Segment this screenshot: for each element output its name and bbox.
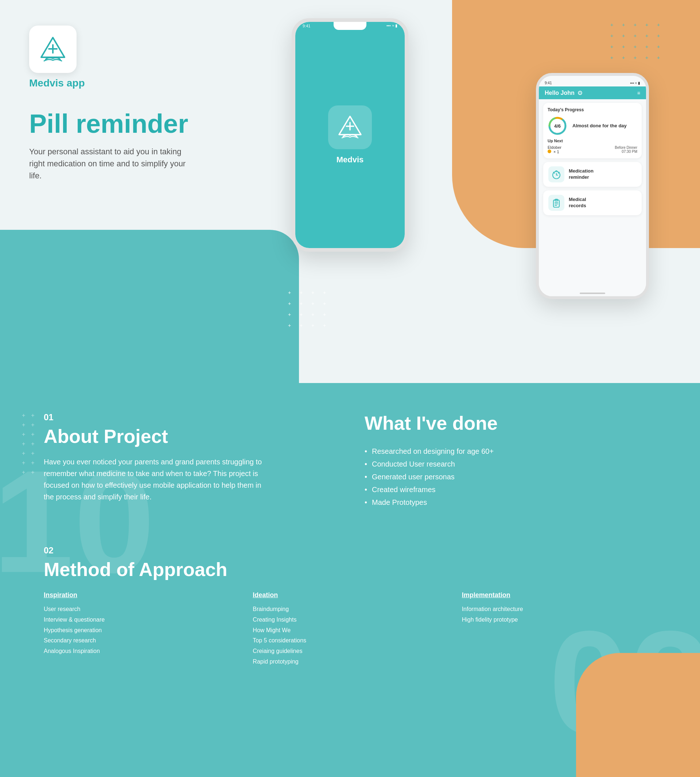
status-time-2: 9:41 bbox=[545, 81, 552, 85]
phone-status-bar-2: 9:41 ▪▪▪ ≈ ▮ bbox=[539, 80, 646, 87]
section1-body: Have you ever noticed your parents and g… bbox=[44, 456, 262, 503]
status-icons-1: ▪▪▪ ≈ ▮ bbox=[387, 23, 397, 28]
method-col-title-3: Implementation bbox=[462, 592, 656, 599]
app-logo-container: Medvis app bbox=[29, 25, 85, 89]
phone-mockup-1: 9:41 ▪▪▪ ≈ ▮ Medvis bbox=[292, 18, 408, 252]
feature-card-medication[interactable]: Medicationreminder bbox=[543, 162, 642, 187]
progress-card: Today's Progress bbox=[543, 103, 642, 158]
list-item: Made Prototypes bbox=[365, 496, 656, 509]
progress-card-title: Today's Progress bbox=[548, 107, 637, 112]
phone-screen-2: 9:41 ▪▪▪ ≈ ▮ Hello John ⊙ ≡ Today's Prog… bbox=[539, 76, 646, 296]
app-logo-box bbox=[29, 25, 77, 73]
about-project-col: 01 About Project Have you ever noticed y… bbox=[44, 412, 335, 509]
pill-name: Eldober bbox=[548, 145, 562, 150]
phone-frame-1: 9:41 ▪▪▪ ≈ ▮ Medvis bbox=[292, 18, 408, 252]
list-item: Generated user personas bbox=[365, 471, 656, 483]
splash-logo-svg bbox=[337, 115, 363, 140]
phone-greeting: Hello John ⊙ bbox=[545, 89, 582, 96]
progress-label: Almost done for the day bbox=[572, 123, 627, 129]
section1-number: 01 bbox=[44, 412, 335, 423]
up-next-time: Before Dinner 07:30 PM bbox=[615, 145, 637, 154]
up-next-section: Up Next Eldober × 1 bbox=[548, 139, 637, 154]
feature-card-records[interactable]: Medicalrecords bbox=[543, 190, 642, 215]
status-icons-2: ▪▪▪ ≈ ▮ bbox=[630, 81, 640, 85]
about-grid: 01 About Project Have you ever noticed y… bbox=[44, 412, 656, 509]
list-item: Created wireframes bbox=[365, 483, 656, 496]
what-done-list: Researched on designing for age 60+ Cond… bbox=[365, 445, 656, 509]
method-col-items-1: User research Interview & questionare Hy… bbox=[44, 604, 238, 657]
method-col-implementation: Implementation Information architecture … bbox=[462, 592, 656, 667]
alarm-icon bbox=[551, 169, 562, 179]
method-col-items-3: Information architecture High fidelity p… bbox=[462, 604, 656, 625]
phone-home-bar bbox=[580, 292, 605, 294]
up-next-pill-info: Eldober × 1 bbox=[548, 145, 562, 154]
phone-app-icon-large bbox=[328, 105, 372, 149]
method-col-title-1: Inspiration bbox=[44, 592, 238, 599]
section1-title: About Project bbox=[44, 425, 335, 447]
progress-circle: 4/6 bbox=[548, 116, 567, 136]
feature-label-records: Medicalrecords bbox=[569, 197, 586, 209]
status-time-1: 9:41 bbox=[303, 24, 310, 28]
method-columns: Inspiration User research Interview & qu… bbox=[44, 592, 656, 667]
cross-dots-left: ++ ++ ++ ++ ++ ++ ++ bbox=[22, 412, 35, 479]
method-section: 02 Method of Approach Inspiration User r… bbox=[44, 545, 656, 667]
menu-icon[interactable]: ≡ bbox=[637, 90, 640, 96]
hero-subtitle: Your personal assistant to aid you in ta… bbox=[29, 145, 190, 182]
phone-screen-teal: 9:41 ▪▪▪ ≈ ▮ Medvis bbox=[295, 22, 405, 248]
hero-text: Pill reminder Your personal assistant to… bbox=[29, 109, 190, 182]
what-done-col: What I've done Researched on designing f… bbox=[365, 412, 656, 509]
section2-number: 02 bbox=[44, 545, 656, 556]
progress-fraction: 4/6 bbox=[554, 123, 561, 129]
clipboard-icon bbox=[551, 198, 562, 208]
hero-teal-bg bbox=[0, 230, 299, 383]
method-col-ideation: Ideation Braindumping Creating Insights … bbox=[253, 592, 447, 667]
alarm-icon-box bbox=[548, 166, 564, 182]
up-next-title: Up Next bbox=[548, 139, 637, 143]
medvis-logo-svg bbox=[38, 35, 67, 64]
hero-title: Pill reminder bbox=[29, 109, 190, 138]
lower-orange-accent bbox=[576, 653, 700, 777]
phone-frame-2: 9:41 ▪▪▪ ≈ ▮ Hello John ⊙ ≡ Today's Prog… bbox=[536, 73, 649, 299]
lower-section: 10 02 ++ ++ ++ ++ ++ ++ ++ 01 About Proj… bbox=[0, 383, 700, 777]
phone-app-label: Medvis bbox=[337, 155, 364, 164]
dot-grid-top-right: +++++ +++++ +++++ +++++ bbox=[610, 22, 663, 60]
list-item: Conducted User research bbox=[365, 458, 656, 471]
up-next-row: Eldober × 1 Before Dinner 07:30 PM bbox=[548, 145, 637, 154]
app-name: Medvis app bbox=[29, 77, 85, 89]
phone-content-2: Today's Progress bbox=[539, 99, 646, 291]
phone-mockup-2: 9:41 ▪▪▪ ≈ ▮ Hello John ⊙ ≡ Today's Prog… bbox=[536, 73, 649, 299]
what-done-title: What I've done bbox=[365, 412, 656, 434]
lower-content: 01 About Project Have you ever noticed y… bbox=[44, 412, 656, 667]
dot-grid-bottom-center: ++++ ++++ ++++ ++++ bbox=[288, 290, 330, 328]
phone-header-2: Hello John ⊙ ≡ bbox=[539, 87, 646, 99]
list-item: Researched on designing for age 60+ bbox=[365, 445, 656, 458]
feature-label-medication: Medicationreminder bbox=[569, 168, 593, 180]
pill-dot bbox=[548, 150, 551, 153]
progress-row: 4/6 Almost done for the day bbox=[548, 116, 637, 136]
hero-section: +++++ +++++ +++++ +++++ ++++ ++++ ++++ +… bbox=[0, 0, 700, 383]
method-col-inspiration: Inspiration User research Interview & qu… bbox=[44, 592, 238, 667]
pill-qty: × 1 bbox=[548, 150, 562, 154]
section2-title: Method of Approach bbox=[44, 558, 656, 580]
phone-status-bar-1: 9:41 ▪▪▪ ≈ ▮ bbox=[303, 23, 397, 28]
clipboard-icon-box bbox=[548, 195, 564, 211]
method-col-items-2: Braindumping Creating Insights How Might… bbox=[253, 604, 447, 667]
method-col-title-2: Ideation bbox=[253, 592, 447, 599]
